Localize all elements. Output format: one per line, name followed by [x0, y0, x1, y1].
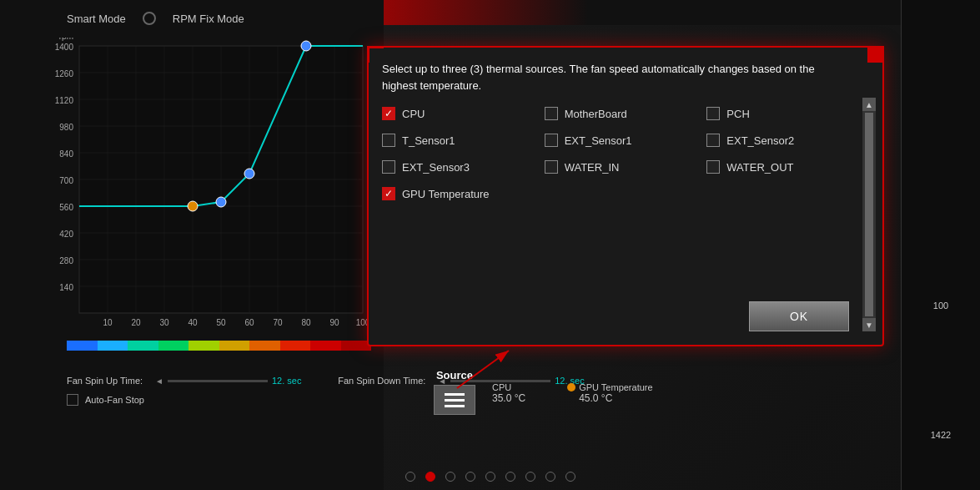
ext-sensor1-checkbox[interactable] — [545, 134, 558, 147]
mode-header: Smart Mode RPM Fix Mode — [67, 12, 244, 25]
source-button[interactable] — [434, 385, 475, 415]
svg-rect-48 — [445, 399, 465, 402]
main-container: n Smart Mode RPM Fix Mode — [0, 0, 980, 490]
svg-text:1120: 1120 — [55, 96, 74, 105]
svg-text:90: 90 — [329, 318, 339, 327]
cpu-temp-value: 35.0 °C — [492, 392, 525, 404]
right-top-value: 100 — [933, 301, 948, 311]
temp-seg-lightblue — [98, 341, 128, 351]
svg-text:30: 30 — [159, 318, 169, 327]
svg-text:700: 700 — [59, 176, 73, 185]
source-label: Source — [436, 369, 473, 381]
rpm-fix-radio[interactable] — [143, 12, 156, 25]
gpu-temp-label: GPU Temperature — [579, 382, 652, 392]
scroll-down-arrow[interactable]: ▼ — [862, 318, 876, 331]
modal-dialog: Select up to three (3) thermal sources. … — [367, 46, 884, 346]
cpu-label: CPU — [402, 108, 425, 120]
spin-up-track[interactable] — [168, 380, 268, 382]
checkbox-pch[interactable]: PCH — [706, 107, 869, 120]
checkbox-t-sensor1[interactable]: T_Sensor1 — [382, 134, 545, 147]
gpu-check-mark: ✓ — [384, 189, 393, 199]
svg-text:70: 70 — [273, 318, 283, 327]
cpu-checkbox[interactable]: ✓ — [382, 107, 395, 120]
svg-rect-49 — [445, 405, 465, 407]
ext-sensor2-checkbox[interactable] — [706, 134, 720, 147]
spin-up-slider[interactable]: ◄ 12. sec — [155, 376, 305, 386]
dot-3[interactable] — [445, 472, 455, 482]
dot-5[interactable] — [485, 472, 495, 482]
svg-text:840: 840 — [59, 149, 73, 159]
water-out-checkbox[interactable] — [706, 160, 720, 174]
dot-6[interactable] — [505, 472, 515, 482]
dot-7[interactable] — [525, 472, 535, 482]
svg-text:140: 140 — [59, 283, 73, 292]
dot-4[interactable] — [465, 472, 475, 482]
svg-text:420: 420 — [59, 230, 73, 239]
checkbox-cpu[interactable]: ✓ CPU — [382, 107, 545, 120]
ext-sensor3-checkbox[interactable] — [382, 160, 395, 174]
water-in-checkbox[interactable] — [545, 160, 558, 174]
pch-checkbox[interactable] — [706, 107, 720, 120]
right-edge-panel: 100 1422 — [901, 0, 980, 490]
water-out-label: WATER_OUT — [726, 161, 793, 174]
dot-1[interactable] — [405, 472, 415, 482]
gpu-temp-checkbox-label: GPU Temperature — [402, 188, 490, 200]
list-icon — [443, 391, 466, 409]
checkbox-gpu-temp[interactable]: ✓ GPU Temperature — [382, 187, 545, 200]
motherboard-checkbox[interactable] — [545, 107, 558, 120]
checkbox-motherboard[interactable]: MotherBoard — [545, 107, 707, 120]
temp-seg-darkred — [310, 341, 341, 351]
auto-fan-label: Auto-Fan Stop — [85, 395, 144, 405]
svg-text:560: 560 — [59, 203, 73, 212]
scroll-thumb[interactable] — [865, 113, 873, 316]
cpu-check-mark: ✓ — [384, 109, 393, 119]
svg-text:80: 80 — [301, 318, 311, 327]
smart-mode-label: Smart Mode — [67, 13, 126, 25]
modal-scrollbar[interactable]: ▲ ▼ — [862, 98, 876, 331]
cpu-temp-item: CPU 35.0 °C — [492, 382, 525, 404]
dots-row — [0, 472, 980, 482]
pch-label: PCH — [726, 108, 749, 120]
close-button[interactable] — [867, 46, 884, 63]
right-bottom-value: 1422 — [931, 430, 951, 440]
rpm-fix-label: RPM Fix Mode — [173, 13, 244, 25]
dot-2[interactable] — [425, 472, 435, 482]
checkbox-water-in[interactable]: WATER_IN — [545, 160, 707, 174]
spin-up-left-arrow[interactable]: ◄ — [155, 376, 163, 386]
temp-seg-yellow — [219, 341, 250, 351]
t-sensor1-checkbox[interactable] — [382, 134, 395, 147]
ext-sensor2-label: EXT_Sensor2 — [726, 134, 794, 147]
temp-seg-red — [280, 341, 311, 351]
water-in-label: WATER_IN — [565, 161, 620, 174]
svg-text:1260: 1260 — [55, 69, 74, 78]
gpu-temp-value: 45.0 °C — [579, 392, 612, 404]
dot-9[interactable] — [565, 472, 575, 482]
svg-text:980: 980 — [59, 123, 73, 132]
dot-8[interactable] — [545, 472, 555, 482]
motherboard-label: MotherBoard — [565, 108, 627, 120]
svg-point-45 — [244, 169, 254, 179]
checkbox-ext-sensor1[interactable]: EXT_Sensor1 — [545, 134, 707, 147]
modal-instruction: Select up to three (3) thermal sources. … — [382, 61, 816, 93]
spin-down-label: Fan Spin Down Time: — [338, 376, 425, 386]
temp-display: CPU 35.0 °C GPU Temperature 45.0 °C — [492, 382, 653, 404]
svg-text:50: 50 — [216, 318, 226, 327]
gpu-dot — [567, 383, 575, 391]
scroll-up-arrow[interactable]: ▲ — [862, 98, 876, 111]
ext-sensor1-label: EXT_Sensor1 — [565, 134, 632, 147]
checkbox-ext-sensor2[interactable]: EXT_Sensor2 — [706, 134, 869, 147]
temp-seg-lime — [188, 341, 219, 351]
svg-text:100: 100 — [356, 318, 367, 327]
auto-fan-checkbox[interactable] — [67, 394, 78, 406]
temp-seg-green — [158, 341, 189, 351]
svg-point-43 — [188, 201, 198, 211]
checkbox-water-out[interactable]: WATER_OUT — [706, 160, 869, 174]
checkbox-ext-sensor3[interactable]: EXT_Sensor3 — [382, 160, 545, 174]
svg-point-46 — [301, 41, 311, 51]
gpu-temp-item: GPU Temperature 45.0 °C — [567, 382, 652, 404]
ok-button[interactable]: OK — [749, 301, 849, 331]
svg-text:60: 60 — [244, 318, 254, 327]
checkbox-grid: ✓ CPU MotherBoard PCH T_Sensor1 EXT_Sens… — [382, 107, 869, 200]
spin-up-value: 12. sec — [272, 376, 305, 386]
gpu-temp-checkbox[interactable]: ✓ — [382, 187, 395, 200]
